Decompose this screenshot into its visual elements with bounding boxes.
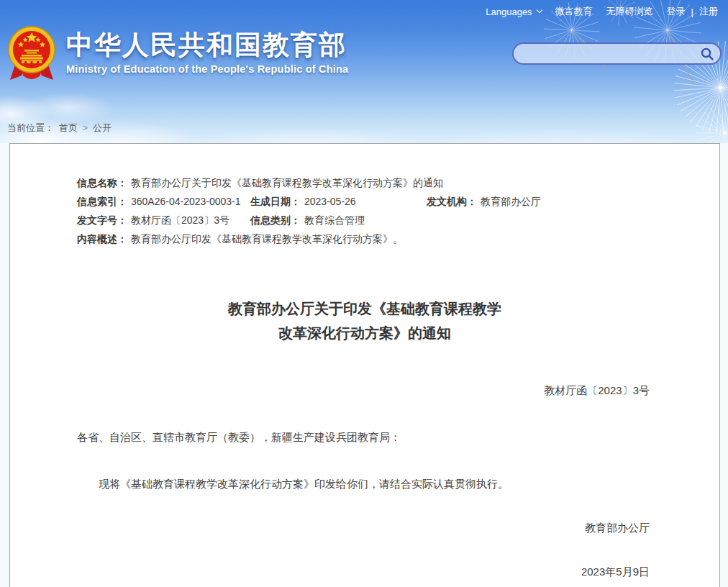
meta-index: 信息索引：360A26-04-2023-0003-1 xyxy=(77,196,241,209)
search-button[interactable] xyxy=(700,47,720,61)
meta-number-value: 教材厅函〔2023〕3号 xyxy=(131,214,229,226)
site-subtitle: Ministry of Education of the People's Re… xyxy=(66,63,348,75)
languages-menu[interactable]: Languages xyxy=(486,6,541,17)
header-banner: Languages 微言教育 无障碍浏览 登录 | 注册 xyxy=(0,0,728,143)
register-link[interactable]: 注册 xyxy=(699,5,718,18)
document-date: 2023年5月9日 xyxy=(10,565,719,579)
meta-name-label: 信息名称： xyxy=(77,177,127,188)
topbar-link-accessibility[interactable]: 无障碍浏览 xyxy=(606,5,653,18)
breadcrumb-prefix: 当前位置： xyxy=(7,122,54,135)
meta-summary: 内容概述：教育部办公厅印发《基础教育课程教学改革深化行动方案》。 xyxy=(77,233,403,246)
meta-number: 发文字号：教材厅函〔2023〕3号 xyxy=(77,214,229,227)
brand-text: 中华人民共和国教育部 Ministry of Education of the … xyxy=(66,31,348,84)
meta-gen-date-value: 2023-05-26 xyxy=(304,196,356,207)
auth-divider: | xyxy=(691,6,693,17)
breadcrumb: 当前位置： 首页 > 公开 xyxy=(7,122,112,135)
search-icon xyxy=(700,47,714,61)
meta-index-label: 信息索引： xyxy=(77,196,127,207)
document-body: 现将《基础教育课程教学改革深化行动方案》印发给你们，请结合实际认真贯彻执行。 xyxy=(10,476,719,493)
breadcrumb-current[interactable]: 公开 xyxy=(93,122,112,135)
site-brand[interactable]: 中华人民共和国教育部 Ministry of Education of the … xyxy=(7,25,348,84)
document-card: 信息名称：教育部办公厅关于印发《基础教育课程教学改革深化行动方案》的通知 信息索… xyxy=(9,143,720,587)
meta-summary-value: 教育部办公厅印发《基础教育课程教学改革深化行动方案》。 xyxy=(131,233,403,245)
document-title: 教育部办公厅关于印发《基础教育课程教学 改革深化行动方案》的通知 xyxy=(10,296,719,345)
document-title-line1: 教育部办公厅关于印发《基础教育课程教学 xyxy=(10,296,719,321)
meta-agency-label: 发文机构： xyxy=(427,196,477,207)
meta-category-label: 信息类别： xyxy=(250,214,301,226)
meta-name-value: 教育部办公厅关于印发《基础教育课程教学改革深化行动方案》的通知 xyxy=(131,177,443,188)
document-title-line2: 改革深化行动方案》的通知 xyxy=(10,321,719,345)
document-number: 教材厅函〔2023〕3号 xyxy=(10,384,719,398)
document-salutation: 各省、自治区、直辖市教育厅（教委），新疆生产建设兵团教育局： xyxy=(10,431,719,445)
breadcrumb-home[interactable]: 首页 xyxy=(59,122,78,135)
languages-label: Languages xyxy=(486,6,532,17)
meta-row-summary: 内容概述：教育部办公厅印发《基础教育课程教学改革深化行动方案》。 xyxy=(10,233,719,252)
meta-category-value: 教育综合管理 xyxy=(304,214,365,226)
topbar-link-wechat[interactable]: 微言教育 xyxy=(555,5,593,18)
meta-gen-date-label: 生成日期： xyxy=(250,196,301,207)
topbar: Languages 微言教育 无障碍浏览 登录 | 注册 xyxy=(486,5,718,18)
meta-row-index: 信息索引：360A26-04-2023-0003-1 生成日期：2023-05-… xyxy=(10,196,719,214)
meta-category: 信息类别：教育综合管理 xyxy=(250,214,365,227)
login-link[interactable]: 登录 xyxy=(667,5,686,18)
site-title: 中华人民共和国教育部 xyxy=(66,31,348,60)
national-emblem-icon xyxy=(7,25,56,84)
search-bar xyxy=(512,42,722,65)
meta-row-name: 信息名称：教育部办公厅关于印发《基础教育课程教学改革深化行动方案》的通知 xyxy=(10,177,719,196)
document-meta: 信息名称：教育部办公厅关于印发《基础教育课程教学改革深化行动方案》的通知 信息索… xyxy=(10,177,719,252)
meta-index-value: 360A26-04-2023-0003-1 xyxy=(131,196,241,207)
breadcrumb-separator: > xyxy=(83,123,88,133)
meta-row-number: 发文字号：教材厅函〔2023〕3号 信息类别：教育综合管理 xyxy=(10,214,719,233)
search-input[interactable] xyxy=(514,48,700,60)
meta-name: 信息名称：教育部办公厅关于印发《基础教育课程教学改革深化行动方案》的通知 xyxy=(77,177,443,190)
meta-number-label: 发文字号： xyxy=(77,214,127,226)
meta-summary-label: 内容概述： xyxy=(77,233,127,245)
meta-agency-value: 教育部办公厅 xyxy=(481,196,541,207)
chevron-down-icon xyxy=(536,7,542,13)
meta-agency: 发文机构：教育部办公厅 xyxy=(427,196,541,209)
auth-group: 登录 | 注册 xyxy=(667,5,718,18)
document-signer: 教育部办公厅 xyxy=(10,522,719,535)
meta-gen-date: 生成日期：2023-05-26 xyxy=(250,196,356,209)
